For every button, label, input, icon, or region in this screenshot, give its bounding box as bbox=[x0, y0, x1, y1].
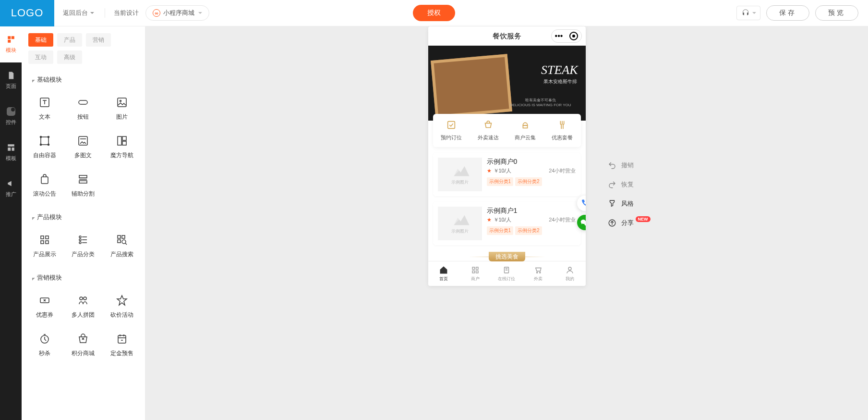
style-icon bbox=[608, 199, 616, 208]
action-style[interactable]: 风格 bbox=[608, 199, 651, 208]
category-tabs: 基础 产品 营销 互动 高级 bbox=[22, 33, 145, 69]
store-name: 示例商户0 bbox=[487, 158, 576, 166]
action-label: 恢复 bbox=[621, 180, 634, 189]
tab-reserve[interactable]: 在线订位 bbox=[491, 261, 523, 286]
svg-rect-16 bbox=[118, 136, 121, 145]
action-redo[interactable]: 恢复 bbox=[608, 180, 651, 189]
svg-point-32 bbox=[122, 240, 126, 244]
action-undo[interactable]: 撤销 bbox=[608, 161, 651, 170]
block-label: 自由容器 bbox=[33, 151, 56, 160]
category-icon bbox=[77, 234, 89, 246]
cat-tab-marketing[interactable]: 营销 bbox=[86, 33, 111, 47]
rail-label: 页面 bbox=[6, 83, 16, 90]
nav-item-reserve[interactable]: 预约订位 bbox=[433, 120, 470, 141]
nav-item-deals[interactable]: 优惠套餐 bbox=[544, 120, 581, 141]
reserve-icon bbox=[446, 120, 457, 130]
block-seckill[interactable]: 秒杀 bbox=[25, 325, 64, 364]
svg-point-28 bbox=[79, 242, 81, 244]
presale-icon bbox=[116, 333, 128, 345]
chef-icon bbox=[520, 120, 530, 130]
block-label: 优惠券 bbox=[36, 311, 53, 319]
phone-tabbar: 首页 商户 在线订位 外卖 我的 bbox=[428, 261, 586, 286]
headset-icon bbox=[741, 9, 750, 17]
placeholder-mountain-icon bbox=[450, 213, 470, 225]
cart-icon bbox=[534, 266, 542, 274]
svg-rect-5 bbox=[12, 148, 14, 151]
tab-delivery[interactable]: 外卖 bbox=[522, 261, 554, 286]
rail-item-controls[interactable]: 控件 bbox=[0, 99, 22, 135]
fork-icon bbox=[557, 120, 567, 130]
back-link[interactable]: 返回后台 bbox=[63, 9, 94, 17]
phone-icon bbox=[580, 199, 586, 208]
capsule-menu-icon[interactable]: ••• bbox=[552, 32, 567, 40]
pick-title-label: 挑选美食 bbox=[489, 252, 525, 261]
auth-button[interactable]: 授权 bbox=[413, 5, 455, 21]
svg-rect-2 bbox=[8, 40, 11, 43]
svg-rect-23 bbox=[46, 236, 48, 239]
block-bargain[interactable]: 砍价活动 bbox=[103, 287, 141, 325]
left-rail: 模块 页面 控件 模板 推广 bbox=[0, 26, 22, 420]
block-product-show[interactable]: 产品展示 bbox=[25, 226, 64, 265]
block-label: 定金预售 bbox=[110, 349, 133, 358]
svg-rect-1 bbox=[11, 36, 14, 39]
tab-me[interactable]: 我的 bbox=[554, 261, 586, 286]
cat-tab-basic[interactable]: 基础 bbox=[28, 33, 53, 47]
svg-rect-17 bbox=[122, 136, 126, 140]
cat-tab-product[interactable]: 产品 bbox=[57, 33, 82, 47]
svg-rect-41 bbox=[476, 267, 478, 270]
tab-label: 我的 bbox=[566, 276, 574, 282]
template-icon bbox=[7, 143, 15, 152]
svg-rect-15 bbox=[79, 136, 87, 145]
block-magicnav[interactable]: 魔方导航 bbox=[103, 127, 141, 166]
block-presale[interactable]: 定金预售 bbox=[103, 325, 141, 364]
save-button[interactable]: 保存 bbox=[766, 5, 809, 21]
block-marquee[interactable]: 滚动公告 bbox=[25, 166, 64, 204]
rail-item-pages[interactable]: 页面 bbox=[0, 62, 22, 99]
svg-rect-22 bbox=[41, 236, 44, 239]
nav-item-delivery[interactable]: 外卖速达 bbox=[470, 120, 507, 141]
nav-label: 商户云集 bbox=[515, 134, 536, 141]
placeholder-label: 示例图片 bbox=[451, 179, 469, 185]
banner[interactable]: STEAK 果木安格斯牛排 唯有美食不可辜负DELICIOUS IS WAITI… bbox=[428, 46, 586, 121]
block-points[interactable]: 积分商城 bbox=[64, 325, 102, 364]
block-container[interactable]: 自由容器 bbox=[25, 127, 64, 166]
store-hours: 24小时营业 bbox=[549, 216, 576, 223]
store-card-1[interactable]: 示例图片 示例商户1 ★￥10/人24小时营业 示例分类1示例分类2 bbox=[433, 202, 581, 245]
logo: LOGO bbox=[0, 0, 54, 26]
rail-item-modules[interactable]: 模块 bbox=[0, 26, 22, 62]
block-groupbuy[interactable]: 多人拼团 bbox=[64, 287, 102, 325]
rail-item-templates[interactable]: 模板 bbox=[0, 135, 22, 171]
rail-item-promote[interactable]: 推广 bbox=[0, 171, 22, 207]
capsule-close-icon[interactable] bbox=[567, 32, 581, 40]
block-button[interactable]: 按钮 bbox=[64, 89, 102, 127]
store-card-0[interactable]: 示例图片 示例商户0 ★￥10/人24小时营业 示例分类1示例分类2 bbox=[433, 153, 581, 196]
placeholder-mountain-icon bbox=[450, 164, 470, 176]
block-product-search[interactable]: 产品搜索 bbox=[103, 226, 141, 265]
block-richimage[interactable]: 多图文 bbox=[64, 127, 102, 166]
cat-tab-advanced[interactable]: 高级 bbox=[57, 50, 82, 64]
svg-rect-39 bbox=[523, 125, 527, 128]
clipboard-icon bbox=[502, 266, 511, 274]
block-divider[interactable]: 辅助分割 bbox=[64, 166, 102, 204]
block-image[interactable]: 图片 bbox=[103, 89, 141, 127]
block-product-category[interactable]: 产品分类 bbox=[64, 226, 102, 265]
support-button[interactable] bbox=[736, 6, 760, 20]
home-icon bbox=[439, 266, 448, 274]
block-text[interactable]: 文本 bbox=[25, 89, 64, 127]
preview-button[interactable]: 预览 bbox=[815, 5, 858, 21]
block-label: 魔方导航 bbox=[110, 151, 133, 160]
capsule[interactable]: ••• bbox=[551, 29, 582, 43]
svg-rect-25 bbox=[46, 241, 48, 244]
block-coupon[interactable]: 优惠券 bbox=[25, 287, 64, 325]
svg-point-45 bbox=[537, 272, 538, 273]
svg-point-26 bbox=[79, 236, 81, 238]
svg-rect-19 bbox=[41, 177, 48, 184]
nav-label: 预约订位 bbox=[441, 134, 462, 141]
nav-item-merchants[interactable]: 商户云集 bbox=[507, 120, 544, 141]
tab-home[interactable]: 首页 bbox=[428, 261, 460, 286]
tab-merchants[interactable]: 商户 bbox=[459, 261, 491, 286]
action-share[interactable]: 分享NEW bbox=[608, 219, 651, 227]
placeholder-label: 示例图片 bbox=[451, 228, 469, 235]
cat-tab-interactive[interactable]: 互动 bbox=[28, 50, 53, 64]
project-picker[interactable]: 小程序商城 bbox=[145, 5, 209, 21]
